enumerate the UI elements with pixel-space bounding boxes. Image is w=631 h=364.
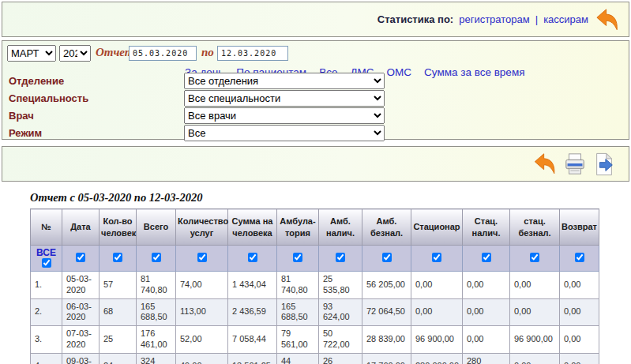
column-header: Амб. налич. bbox=[319, 209, 362, 246]
table-cell: 07-03-2020 bbox=[62, 326, 100, 354]
column-header: Сумма на человека bbox=[228, 209, 277, 246]
column-filter-checkbox[interactable] bbox=[42, 258, 51, 268]
quick-link[interactable]: ОМС bbox=[387, 66, 412, 78]
table-cell: 0,00 bbox=[510, 353, 560, 364]
registrars-link[interactable]: регистраторам bbox=[459, 13, 530, 25]
table-cell: 26 270,00 bbox=[319, 353, 362, 364]
table-cell: 176 461,00 bbox=[137, 326, 176, 354]
table-cell: 0,00 bbox=[510, 298, 560, 326]
table-cell: 0,00 bbox=[560, 326, 599, 354]
table-row: 3.07-03-202025176 461,0052,007 058,4479 … bbox=[31, 326, 599, 354]
export-icon[interactable] bbox=[592, 152, 616, 176]
table-cell: 74,00 bbox=[176, 272, 228, 299]
table-cell: 28 839,00 bbox=[362, 326, 411, 354]
column-filter-checkbox[interactable] bbox=[113, 253, 122, 262]
column-header: № bbox=[31, 209, 62, 246]
department-select[interactable]: Все отделения bbox=[184, 73, 385, 89]
filter-cell bbox=[137, 246, 176, 272]
column-header: Стац. налич. bbox=[463, 209, 510, 246]
table-cell: 0,00 bbox=[560, 272, 599, 299]
column-filter-checkbox[interactable] bbox=[482, 253, 491, 262]
back-arrow-icon[interactable] bbox=[532, 152, 558, 175]
filter-cell bbox=[62, 246, 100, 272]
statistics-label: Статистика по: bbox=[377, 13, 453, 25]
month-select[interactable]: МАРТ bbox=[7, 45, 56, 62]
table-cell: 09-03-2020 bbox=[62, 353, 100, 364]
table-cell: 17 760,00 bbox=[362, 353, 411, 364]
column-filter-checkbox[interactable] bbox=[197, 253, 207, 262]
table-cell: 3. bbox=[31, 326, 62, 354]
year-select[interactable]: 2020 bbox=[59, 45, 91, 62]
quick-link[interactable]: Сумма за все время bbox=[424, 66, 524, 78]
column-filter-checkbox[interactable] bbox=[293, 253, 302, 262]
filter-cell: ВСЕ bbox=[31, 246, 62, 272]
table-cell: 44 030,00 bbox=[277, 353, 319, 364]
date-from-input[interactable] bbox=[129, 46, 197, 61]
cashiers-link[interactable]: кассирам bbox=[543, 13, 588, 25]
table-cell: 06-03-2020 bbox=[62, 298, 100, 326]
table-cell: 1. bbox=[31, 272, 62, 299]
table-cell: 81 740,80 bbox=[277, 272, 319, 299]
table-cell: 25 535,80 bbox=[319, 272, 362, 299]
filters-panel: МАРТ 2020 Отчет с по За деньПо пациентам… bbox=[2, 40, 629, 140]
filter-row: ВСЕ bbox=[31, 246, 599, 272]
table-cell: 68 bbox=[100, 298, 137, 326]
top-statistics-bar: Статистика по: регистраторам | кассирам bbox=[2, 2, 629, 37]
table-body: 1.05-03-20205781 740,8074,001 434,0481 7… bbox=[31, 272, 599, 364]
printer-icon[interactable] bbox=[563, 152, 587, 176]
filter-cell bbox=[510, 246, 560, 272]
table-cell: 2. bbox=[31, 298, 62, 326]
table-cell: 72 064,50 bbox=[362, 298, 411, 326]
table-cell: 0,00 bbox=[411, 272, 463, 299]
table-cell: 96 900,00 bbox=[510, 326, 560, 354]
back-arrow-icon[interactable] bbox=[594, 8, 621, 32]
filter-cell bbox=[277, 246, 319, 272]
filter-cell bbox=[176, 246, 228, 272]
table-row: 4.09-03-202024324 030,0049,0013 501,2544… bbox=[31, 353, 599, 364]
table-cell: 2 436,59 bbox=[228, 298, 277, 326]
column-filter-checkbox[interactable] bbox=[432, 253, 441, 262]
column-filter-checkbox[interactable] bbox=[76, 253, 85, 262]
table-cell: 24 bbox=[100, 353, 137, 364]
column-header: Возврат bbox=[560, 209, 599, 246]
table-cell: 0,00 bbox=[560, 353, 599, 364]
table-row: 1.05-03-20205781 740,8074,001 434,0481 7… bbox=[31, 272, 599, 299]
department-label: Отделение bbox=[9, 75, 64, 87]
column-filter-checkbox[interactable] bbox=[575, 253, 584, 262]
specialty-select[interactable]: Все специальности bbox=[184, 90, 385, 107]
table-row: 2.06-03-202068165 688,50113,002 436,5916… bbox=[31, 298, 599, 326]
column-filter-checkbox[interactable] bbox=[336, 253, 345, 262]
table-cell: 280 000,00 bbox=[411, 353, 463, 364]
toolbar bbox=[2, 146, 629, 182]
table-cell: 324 030,00 bbox=[137, 353, 176, 364]
filter-cell bbox=[411, 246, 463, 272]
column-filter-checkbox[interactable] bbox=[152, 253, 161, 262]
column-header: Всего bbox=[137, 209, 176, 246]
table-cell: 81 740,80 bbox=[137, 272, 176, 299]
table-cell: 165 688,50 bbox=[277, 298, 319, 326]
table-cell: 25 bbox=[100, 326, 137, 354]
mode-select[interactable]: Все bbox=[184, 125, 385, 141]
table-cell: 0,00 bbox=[463, 298, 510, 326]
table-cell: 7 058,44 bbox=[228, 326, 277, 354]
report-title: Отчет с 05-03-2020 по 12-03-2020 bbox=[30, 191, 631, 205]
table-cell: 49,00 bbox=[176, 353, 228, 364]
table-cell: 0,00 bbox=[560, 298, 599, 326]
column-header: стац. безнал. bbox=[510, 209, 560, 246]
select-all-link[interactable]: ВСЕ bbox=[36, 247, 56, 258]
table-cell: 79 561,00 bbox=[277, 326, 319, 354]
column-filter-checkbox[interactable] bbox=[382, 253, 392, 262]
table-cell: 165 688,50 bbox=[137, 298, 176, 326]
filter-cell bbox=[228, 246, 277, 272]
specialty-label: Специальность bbox=[9, 92, 88, 104]
table-cell: 4. bbox=[31, 353, 62, 364]
column-header: Стационар bbox=[411, 209, 463, 246]
date-to-input[interactable] bbox=[217, 46, 288, 61]
column-header: Амбула-тория bbox=[277, 209, 319, 246]
column-filter-checkbox[interactable] bbox=[530, 253, 539, 262]
column-header: Количество услуг bbox=[176, 209, 228, 246]
column-header: Кол-во человек bbox=[100, 209, 137, 246]
table-cell: 113,00 bbox=[176, 298, 228, 326]
doctor-select[interactable]: Все врачи bbox=[184, 107, 385, 124]
column-filter-checkbox[interactable] bbox=[248, 253, 257, 262]
